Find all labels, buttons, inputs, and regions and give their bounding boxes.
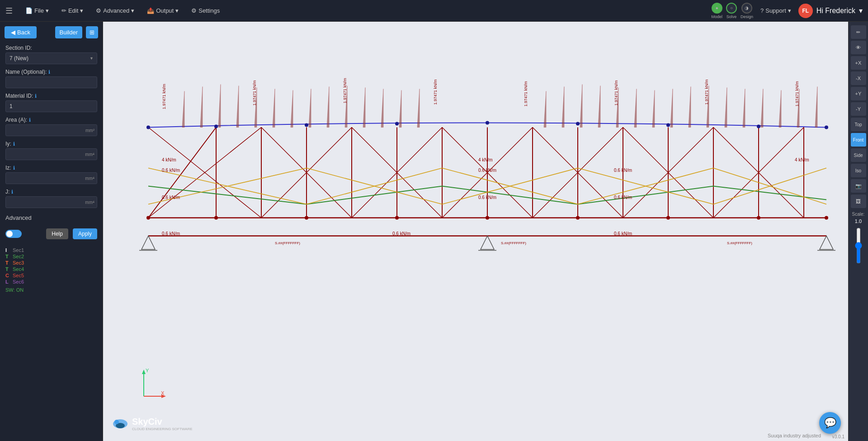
name-info-icon[interactable]: ℹ xyxy=(48,69,50,75)
svg-text:0.6 kN/m: 0.6 kN/m xyxy=(478,168,496,173)
minus-y-button[interactable]: -Y xyxy=(851,102,866,116)
nav-advanced[interactable]: ⚙ Advanced ▾ xyxy=(90,5,140,17)
user-avatar: FL xyxy=(798,4,813,18)
scale-value: 1.0 xyxy=(855,218,862,224)
hamburger-menu[interactable]: ☰ xyxy=(5,6,13,16)
iz-label: Iz: ℹ xyxy=(5,165,97,171)
plus-x-button[interactable]: +X xyxy=(851,56,866,70)
plus-x-icon: +X xyxy=(855,60,862,66)
j-unit: mm⁴ xyxy=(85,200,94,205)
material-id-group: Material ID: ℹ xyxy=(0,91,103,115)
svg-point-105 xyxy=(214,216,218,220)
apply-label: Apply xyxy=(78,231,92,237)
side-view-button[interactable]: Side xyxy=(851,148,866,162)
svg-text:0.6 kN/m: 0.6 kN/m xyxy=(614,231,632,236)
solve-mode-icon: ○ xyxy=(726,3,737,14)
back-button[interactable]: ◀ Back xyxy=(5,26,37,38)
section-id-select[interactable]: 7 (New) xyxy=(5,52,97,64)
svg-text:1.97471 kN/m: 1.97471 kN/m xyxy=(524,81,528,106)
name-input[interactable] xyxy=(5,76,97,88)
legend-letter-t4: T xyxy=(5,266,10,272)
svg-point-102 xyxy=(757,125,760,128)
skyciv-subtitle: CLOUD ENGINEERING SOFTWARE xyxy=(132,427,193,431)
nav-output[interactable]: 📤 Output ▾ xyxy=(142,5,184,17)
area-input[interactable] xyxy=(5,124,97,136)
plus-y-button[interactable]: +Y xyxy=(851,87,866,100)
area-info-icon[interactable]: ℹ xyxy=(29,117,31,123)
screenshot-button[interactable]: 🖼 xyxy=(851,194,866,208)
advanced-icon: ⚙ xyxy=(96,7,101,14)
eye-icon: 👁 xyxy=(856,45,861,50)
j-info-icon[interactable]: ℹ xyxy=(11,189,13,195)
minus-y-icon: -Y xyxy=(856,106,861,112)
svg-text:0.6 kN/m: 0.6 kN/m xyxy=(392,231,410,236)
builder-button[interactable]: Builder xyxy=(55,26,82,38)
iz-unit: mm⁴ xyxy=(85,176,94,181)
minus-x-button[interactable]: -X xyxy=(851,71,866,85)
legend-letter-i: I xyxy=(5,247,10,253)
grid-button[interactable]: ⊞ xyxy=(86,26,98,38)
back-arrow-icon: ◀ xyxy=(11,29,15,36)
apply-button[interactable]: Apply xyxy=(73,228,97,239)
solve-mode-label: Solve xyxy=(726,14,737,19)
svg-point-110 xyxy=(666,216,670,220)
legend-letter-l: L xyxy=(5,279,10,285)
material-id-info-icon[interactable]: ℹ xyxy=(35,93,37,99)
design-mode-label: Design xyxy=(741,14,753,19)
legend-letter-c: C xyxy=(5,273,10,278)
solve-mode[interactable]: ○ Solve xyxy=(726,3,737,19)
nav-items: 📄 File ▾ ✏ Edit ▾ ⚙ Advanced ▾ 📤 Output … xyxy=(20,5,711,17)
canvas-area[interactable]: 1.97471 kN/m 1.97471 kN/m 1.97471 kN/m 1… xyxy=(103,22,848,441)
svg-text:S.##(FFFFFFF): S.##(FFFFFFF) xyxy=(727,241,752,245)
edit-tool-button[interactable]: ✏ xyxy=(851,25,866,39)
right-panel: ✏ 👁 +X -X +Y -Y Top Front Side Iso 📷 xyxy=(848,22,868,441)
iy-info-icon[interactable]: ℹ xyxy=(13,141,15,147)
legend-label-sec1: Sec1 xyxy=(13,247,24,253)
svg-point-99 xyxy=(486,121,489,125)
nav-right: ● Model ○ Solve ◑ Design ? Support ▾ FL … xyxy=(711,3,863,19)
scale-slider[interactable] xyxy=(854,228,863,264)
chat-bubble[interactable]: 💬 xyxy=(819,412,841,434)
iy-input[interactable] xyxy=(5,148,97,160)
svg-text:0.6 kN/m: 0.6 kN/m xyxy=(614,195,632,200)
legend-area: I Sec1 T Sec2 T Sec3 T Sec4 C Sec5 L Sec… xyxy=(0,243,103,441)
area-group: Area (A): ℹ mm² xyxy=(0,115,103,139)
iz-input[interactable] xyxy=(5,172,97,184)
iso-view-button[interactable]: Iso xyxy=(851,164,866,177)
svg-marker-120 xyxy=(142,370,146,374)
screenshot-icon: 🖼 xyxy=(856,199,861,204)
material-id-label: Material ID: ℹ xyxy=(5,93,97,99)
support-link[interactable]: ? Support ▾ xyxy=(760,7,791,14)
pencil-icon: ✏ xyxy=(856,29,860,35)
user-info[interactable]: FL Hi Frederick ▾ xyxy=(798,4,863,18)
legend-item-sec2: T Sec2 xyxy=(5,254,97,259)
camera-button[interactable]: 📷 xyxy=(851,179,866,193)
model-mode[interactable]: ● Model xyxy=(711,3,722,19)
svg-text:1.97471 kN/m: 1.97471 kN/m xyxy=(795,81,799,106)
nav-edit[interactable]: ✏ Edit ▾ xyxy=(56,5,89,17)
iz-group: Iz: ℹ mm⁴ xyxy=(0,163,103,187)
help-button[interactable]: Help xyxy=(46,228,68,239)
front-view-label: Front xyxy=(853,138,863,142)
nav-file[interactable]: 📄 File ▾ xyxy=(20,5,54,17)
view-tool-button[interactable]: 👁 xyxy=(851,41,866,54)
svg-point-111 xyxy=(757,216,760,220)
nav-settings-label: Settings xyxy=(198,7,220,14)
j-input[interactable] xyxy=(5,196,97,208)
skyciv-logo: SkyCiv CLOUD ENGINEERING SOFTWARE xyxy=(112,416,193,432)
file-icon: 📄 xyxy=(25,7,33,14)
nav-settings[interactable]: ⚙ Settings xyxy=(186,5,225,17)
advanced-toggle[interactable] xyxy=(5,230,22,238)
top-view-button[interactable]: Top xyxy=(851,118,866,131)
legend-item-sec3: T Sec3 xyxy=(5,260,97,266)
iz-info-icon[interactable]: ℹ xyxy=(13,165,15,171)
svg-text:X: X xyxy=(161,390,165,396)
svg-text:4 kN/m: 4 kN/m xyxy=(162,157,176,162)
edit-dropdown-icon: ▾ xyxy=(80,7,83,14)
design-mode-icon: ◑ xyxy=(741,3,752,14)
svg-text:1.97471 kN/m: 1.97471 kN/m xyxy=(252,80,257,105)
design-mode[interactable]: ◑ Design xyxy=(741,3,753,19)
material-id-input[interactable] xyxy=(5,100,97,112)
front-view-button[interactable]: Front xyxy=(851,133,866,147)
svg-text:0.6 kN/m: 0.6 kN/m xyxy=(614,168,632,173)
